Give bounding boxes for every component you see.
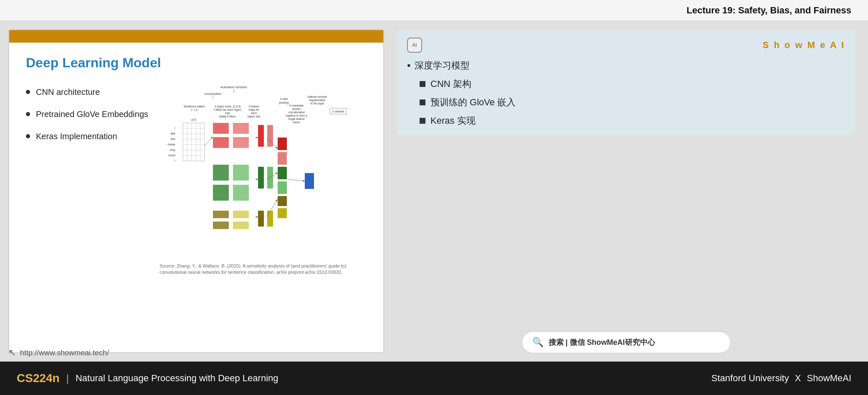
svg-rect-35 (183, 123, 205, 161)
bullet-dot-3 (26, 134, 30, 138)
svg-rect-62 (258, 211, 264, 227)
svg-text:maps for: maps for (248, 108, 259, 112)
cs224n-label: CS224n (17, 372, 60, 385)
square-bullet-1 (420, 81, 425, 87)
svg-text:2 classes: 2 classes (332, 110, 344, 113)
showmeai-brand: S h o w M e A I (763, 40, 845, 51)
main-content: Deep Learning Model CNN architecture Pre… (0, 21, 868, 362)
svg-text:!: ! (175, 159, 175, 162)
svg-rect-63 (267, 211, 273, 227)
cnn-diagram-container: activation function convolution 1-max po… (159, 83, 367, 340)
showmeai-card: AI S h o w M e A I 深度学习模型 CNN 架构 预训练的 Gl… (397, 29, 855, 135)
svg-rect-46 (213, 123, 229, 134)
svg-text:single feature: single feature (288, 117, 304, 121)
slide-header-bar (9, 30, 383, 43)
slide-body: Deep Learning Model CNN architecture Pre… (9, 43, 383, 352)
cnn-diagram: activation function convolution 1-max po… (159, 83, 367, 259)
svg-text:vectors: vectors (292, 107, 301, 110)
stanford-text: Stanford University (711, 373, 789, 383)
slide-title: Deep Learning Model (26, 55, 367, 71)
svg-text:like: like (171, 132, 175, 135)
svg-rect-66 (278, 167, 287, 179)
svg-rect-57 (233, 222, 249, 229)
svg-text:6 univariate: 6 univariate (289, 104, 304, 107)
x-separator: X (795, 373, 801, 383)
bullet-dot-2 (26, 112, 30, 116)
svg-text:much: much (168, 154, 175, 157)
svg-text:together to form a: together to form a (286, 114, 307, 117)
svg-rect-64 (278, 138, 287, 150)
bullet-dot-1 (26, 90, 30, 94)
svg-line-71 (205, 138, 212, 146)
svg-rect-53 (233, 185, 249, 201)
lecture-title: Lecture 19: Safety, Bias, and Fairness (686, 5, 851, 16)
svg-text:in this layer: in this layer (311, 102, 325, 105)
svg-rect-68 (278, 196, 287, 206)
svg-rect-70 (305, 173, 314, 189)
ai-icon: AI (407, 38, 422, 53)
svg-line-78 (288, 179, 304, 181)
right-panel: AI S h o w M e A I 深度学习模型 CNN 架构 预训练的 Gl… (384, 29, 855, 353)
separator: | (66, 372, 69, 384)
svg-text:softmax function: softmax function (307, 95, 327, 98)
svg-rect-51 (213, 185, 229, 201)
card-main-item: 深度学习模型 (407, 59, 845, 72)
slide-source: Source: Zhang, Y., & Wallace, B. (2015).… (159, 263, 367, 276)
square-bullet-2 (420, 99, 425, 105)
bottom-bar: CS224n | Natural Language Processing wit… (0, 362, 868, 395)
svg-text:movie: movie (167, 143, 175, 146)
bottom-left: CS224n | Natural Language Processing wit… (17, 372, 278, 385)
url-text: http://www.showmeai.tech/ (20, 349, 109, 357)
svg-text:d=5: d=5 (191, 118, 196, 121)
svg-rect-58 (258, 125, 264, 147)
bullet-2: Pretrained GloVe Embeddings (26, 110, 159, 119)
card-sub-item-3: Keras 实现 (420, 115, 845, 127)
svg-rect-55 (213, 222, 229, 229)
svg-text:this: this (171, 138, 175, 140)
svg-rect-52 (233, 165, 249, 181)
svg-text:pooling: pooling (279, 101, 289, 104)
card-sub-item-1: CNN 架构 (420, 78, 845, 90)
search-icon: 🔍 (532, 337, 544, 348)
slide-content: CNN architecture Pretrained GloVe Embedd… (26, 83, 367, 340)
svg-text:regularization: regularization (309, 99, 325, 102)
svg-rect-61 (267, 167, 273, 189)
svg-rect-65 (278, 152, 287, 165)
svg-text:convolution: convolution (205, 92, 221, 96)
svg-text:1-max: 1-max (280, 97, 288, 100)
svg-text:vector: vector (293, 121, 301, 124)
slide-bullets: CNN architecture Pretrained GloVe Embedd… (26, 83, 159, 340)
svg-text:concatenated: concatenated (288, 111, 304, 114)
svg-text:2 filters for each region: 2 filters for each region (214, 108, 242, 112)
bottom-right: Stanford University X ShowMeAI (711, 373, 851, 384)
course-title: Natural Language Processing with Deep Le… (76, 373, 278, 384)
square-bullet-3 (420, 118, 425, 124)
search-text: 搜索 | 微信 ShowMeAI研究中心 (549, 337, 655, 347)
svg-text:3 region sizes: (2,3,4): 3 region sizes: (2,3,4) (215, 105, 241, 108)
svg-text:size: size (225, 112, 230, 115)
svg-text:very: very (170, 148, 176, 152)
svg-text:activation function: activation function (220, 85, 247, 89)
svg-text:Sentence matrix: Sentence matrix (184, 105, 205, 108)
search-box[interactable]: 🔍 搜索 | 微信 ShowMeAI研究中心 (522, 331, 731, 353)
url-bar: ↖ http://www.showmeai.tech/ (8, 347, 109, 358)
svg-text:each: each (251, 112, 257, 115)
cursor-icon: ↖ (8, 347, 16, 358)
bullet-3: Keras Implementation (26, 132, 159, 141)
svg-text:totally 6 filters: totally 6 filters (219, 115, 236, 118)
svg-rect-54 (213, 211, 229, 218)
bullet-1: CNN architecture (26, 87, 159, 97)
svg-text:region size: region size (247, 115, 261, 118)
svg-rect-48 (233, 123, 249, 134)
svg-rect-50 (213, 165, 229, 181)
svg-rect-47 (213, 137, 229, 148)
slide-container: Deep Learning Model CNN architecture Pre… (8, 29, 384, 353)
svg-rect-67 (278, 181, 287, 194)
card-header: AI S h o w M e A I (407, 38, 845, 53)
svg-text:I: I (175, 127, 175, 130)
showmeai-bottom-label: ShowMeAI (807, 373, 851, 383)
cnn-svg: activation function convolution 1-max po… (159, 83, 367, 259)
svg-text:2 feature: 2 feature (248, 105, 259, 108)
card-sub-items: CNN 架构 预训练的 GloVe 嵌入 Keras 实现 (420, 78, 845, 127)
svg-rect-56 (233, 211, 249, 218)
